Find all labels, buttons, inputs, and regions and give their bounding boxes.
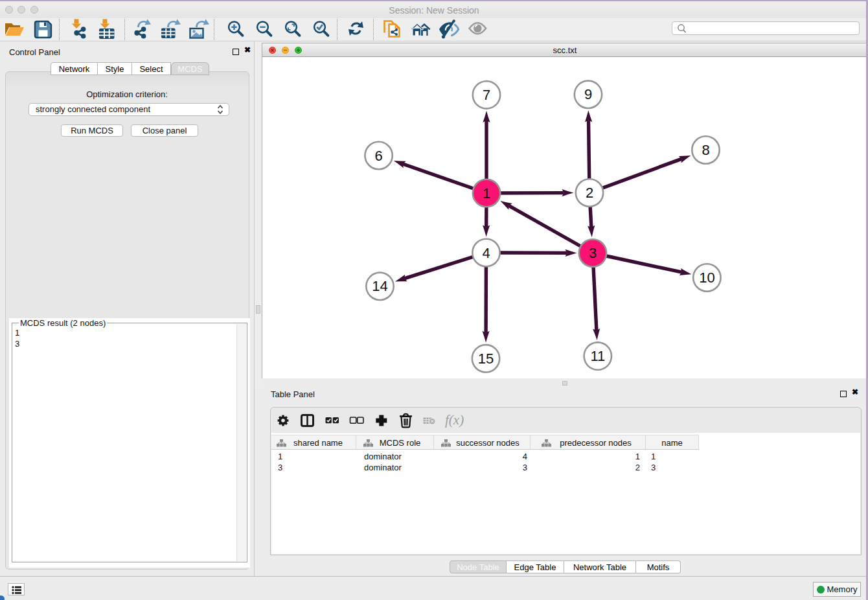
svg-text:4: 4	[482, 245, 490, 261]
svg-text:15: 15	[478, 351, 494, 367]
svg-text:14: 14	[372, 278, 387, 294]
svg-text:3: 3	[589, 245, 597, 261]
svg-text:11: 11	[590, 348, 605, 364]
svg-text:10: 10	[699, 270, 714, 286]
svg-text:6: 6	[374, 148, 382, 164]
svg-text:f(x): f(x)	[445, 412, 464, 428]
svg-text:1: 1	[483, 185, 490, 202]
svg-text:8: 8	[702, 142, 709, 158]
svg-text:7: 7	[483, 87, 490, 103]
svg-text:2: 2	[586, 185, 593, 201]
svg-text:9: 9	[584, 86, 592, 102]
